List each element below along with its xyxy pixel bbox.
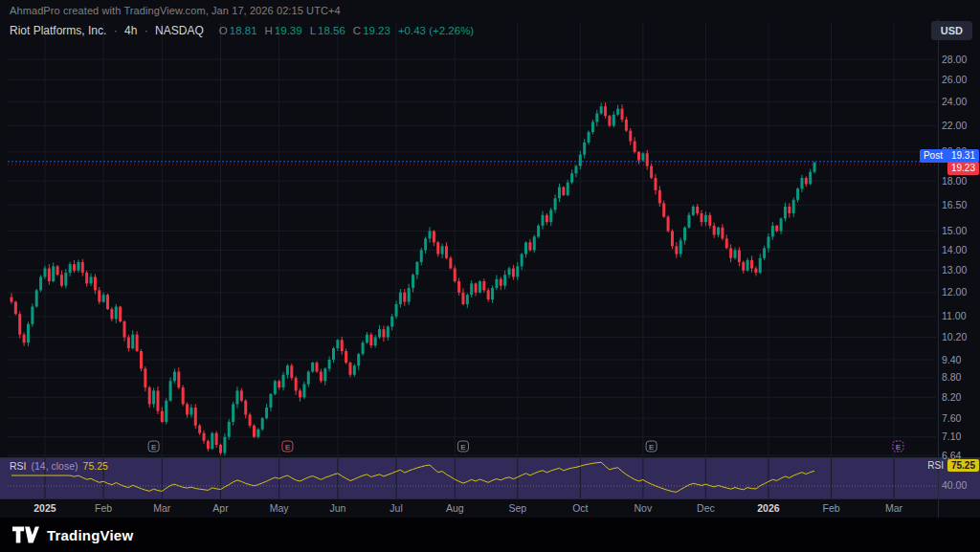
open-label: O: [219, 25, 228, 36]
rsi-params: (14, close): [32, 460, 78, 472]
time-tick-label: Aug: [446, 502, 464, 514]
price-tick-label: 16.50: [942, 199, 967, 210]
time-tick-label: Sep: [508, 502, 526, 514]
legend-separator: ·: [114, 24, 118, 37]
price-tick-label: 12.00: [942, 286, 967, 298]
rsi-axis-labels: RSI 75.25: [927, 459, 979, 472]
last-price: 19.23: [951, 163, 975, 173]
rsi-level-label: 40.00: [942, 479, 967, 491]
svg-text:E: E: [460, 443, 466, 452]
time-tick-label: Apr: [212, 502, 229, 514]
post-label: Post: [924, 150, 943, 162]
high-value: 19.39: [275, 25, 302, 36]
price-tick-label: 8.20: [942, 391, 962, 403]
open-value: 18.81: [230, 25, 257, 36]
price-tick-label: 9.40: [942, 354, 962, 365]
price-tick-label: 24.00: [942, 96, 967, 107]
time-tick-label: Jun: [329, 502, 345, 514]
time-scale[interactable]: 2025FebMarAprMayJunJulAugSepOctNovDec202…: [33, 502, 902, 514]
price-tick-label: 13.00: [942, 264, 967, 276]
legend-separator: ·: [145, 24, 148, 37]
earnings-marker[interactable]: E: [148, 441, 159, 452]
post-market-price-label: Post 19.31: [920, 149, 979, 163]
chart-canvas[interactable]: EEEEE28.0026.0024.0022.0020.0018.0016.50…: [0, 0, 980, 552]
price-tick-label: 15.00: [942, 225, 967, 236]
price-tick-label: 7.60: [942, 412, 962, 424]
price-tick-label: 22.00: [942, 120, 967, 131]
close-label: C: [353, 25, 361, 36]
price-tick-label: 8.80: [942, 371, 962, 383]
earnings-marker[interactable]: E: [893, 441, 903, 452]
earnings-marker[interactable]: E: [282, 441, 293, 452]
time-tick-label: Feb: [822, 502, 839, 514]
rsi-title: RSI: [10, 460, 27, 472]
svg-text:E: E: [649, 443, 655, 452]
price-tick-label: 18.00: [942, 175, 967, 187]
tradingview-branding[interactable]: TradingView: [0, 518, 133, 552]
time-tick-label: 2025: [33, 502, 56, 514]
time-tick-label: Jul: [390, 502, 402, 514]
pane-separators: [0, 19, 980, 518]
tradingview-logo-icon[interactable]: [12, 525, 39, 544]
symbol-legend: Riot Platforms, Inc. · 4h · NASDAQ O18.8…: [10, 24, 474, 37]
last-price-label: 19.23: [947, 162, 979, 175]
low-label: L: [310, 25, 316, 36]
time-tick-label: Nov: [635, 502, 653, 514]
price-tick-label: 28.00: [942, 54, 967, 65]
time-tick-label: Feb: [95, 502, 112, 514]
earnings-marker[interactable]: E: [457, 441, 468, 452]
time-tick-label: Mar: [885, 502, 903, 514]
exchange-name: NASDAQ: [155, 24, 204, 37]
symbol-name: Riot Platforms, Inc.: [10, 24, 106, 37]
price-tick-label: 11.00: [942, 310, 967, 321]
rsi-axis-name: RSI: [927, 460, 944, 471]
rsi-indicator-legend[interactable]: RSI (14, close) 75.25: [10, 460, 108, 472]
rsi-pane-background: [0, 458, 980, 498]
price-tick-label: 7.10: [942, 431, 962, 442]
time-tick-label: Dec: [697, 502, 715, 514]
earnings-marker[interactable]: E: [646, 441, 657, 452]
rsi-value-badge: 75.25: [947, 459, 979, 472]
change-value: +0.43 (+2.26%): [398, 25, 474, 36]
low-value: 18.56: [318, 25, 345, 36]
time-tick-label: May: [270, 502, 290, 514]
rsi-current-value: 75.25: [83, 460, 108, 472]
ohlc-values: O18.81 H19.39 L18.56 C19.23 +0.43 (+2.26…: [213, 25, 474, 36]
grid-lines: [8, 23, 936, 498]
svg-text:E: E: [896, 443, 902, 452]
currency-toggle-button[interactable]: USD: [931, 21, 972, 40]
svg-text:E: E: [151, 443, 157, 452]
candlestick-series: [11, 102, 816, 455]
attribution-text: AhmadPro created with TradingView.com, J…: [10, 5, 341, 16]
time-tick-label: Mar: [153, 502, 171, 514]
price-tick-label: 10.20: [942, 331, 967, 342]
symbol-title[interactable]: Riot Platforms, Inc. · 4h · NASDAQ: [10, 24, 204, 37]
chart-interval: 4h: [124, 24, 137, 37]
post-price: 19.31: [951, 150, 975, 162]
svg-text:E: E: [285, 443, 291, 452]
time-tick-label: Oct: [572, 502, 588, 514]
price-tick-label: 14.00: [942, 244, 967, 255]
price-scale[interactable]: 28.0026.0024.0022.0020.0018.0016.5015.00…: [942, 54, 967, 492]
price-tick-label: 26.00: [942, 74, 967, 85]
high-label: H: [265, 25, 273, 36]
close-value: 19.23: [363, 25, 390, 36]
tradingview-wordmark[interactable]: TradingView: [47, 527, 133, 543]
bottom-toolbar: TradingView: [0, 518, 980, 552]
time-tick-label: 2026: [757, 502, 780, 514]
tradingview-chart-window: EEEEE28.0026.0024.0022.0020.0018.0016.50…: [0, 0, 980, 552]
